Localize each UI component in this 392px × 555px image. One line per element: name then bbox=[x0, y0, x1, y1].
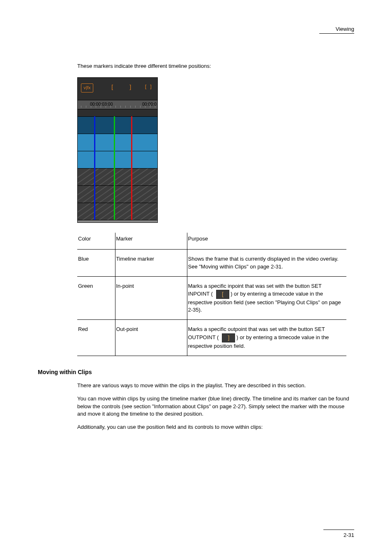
cell-marker: In-point bbox=[115, 276, 187, 320]
set-outpoint-icon: ] bbox=[129, 83, 131, 92]
screenshot-toolbar: v|fx [ ] [ ] bbox=[78, 78, 157, 100]
page-number: 2-31 bbox=[38, 532, 354, 551]
th-purpose: Purpose bbox=[187, 233, 346, 250]
header-rule bbox=[319, 33, 354, 34]
intro-text: These markers indicate three different t… bbox=[77, 62, 354, 70]
section-heading: Moving within Clips bbox=[38, 368, 354, 377]
table-row: Green In-point Marks a specific inpoint … bbox=[77, 276, 346, 320]
outpoint-marker-line bbox=[131, 116, 132, 220]
section-p2: You can move within clips by using the t… bbox=[77, 395, 354, 418]
timeline-screenshot: v|fx [ ] [ ] 00:00:03:00 00:00:0 bbox=[77, 77, 158, 223]
section-p1: There are various ways to move within th… bbox=[77, 382, 354, 389]
table-header-row: Color Marker Purpose bbox=[77, 233, 346, 250]
table-row: Blue Timeline marker Shows the frame tha… bbox=[77, 250, 346, 276]
th-color: Color bbox=[77, 233, 115, 250]
timeline-marker-line bbox=[94, 116, 95, 220]
track-3 bbox=[78, 151, 157, 168]
footer-rule bbox=[38, 530, 354, 530]
cell-purpose: Marks a specific inpoint that was set wi… bbox=[187, 276, 346, 320]
track-6 bbox=[78, 203, 157, 220]
cell-purpose: Shows the frame that is currently displa… bbox=[187, 250, 346, 276]
vfx-button: v|fx bbox=[81, 83, 93, 92]
cell-color: Red bbox=[77, 320, 115, 356]
th-marker: Marker bbox=[115, 233, 187, 250]
track-5 bbox=[78, 185, 157, 203]
cell-color: Blue bbox=[77, 250, 115, 276]
running-header: Viewing bbox=[336, 25, 354, 33]
screenshot-gap bbox=[78, 109, 157, 116]
track-1 bbox=[78, 116, 157, 134]
track-2 bbox=[78, 134, 157, 151]
cell-marker: Timeline marker bbox=[115, 250, 187, 276]
ruler-ticks bbox=[78, 105, 157, 108]
cell-color: Green bbox=[77, 276, 115, 320]
set-outpoint-icon: ] bbox=[222, 333, 235, 342]
section-p3: Additionally, you can use the position f… bbox=[77, 423, 354, 431]
cell-purpose: Marks a specific outpoint that was set w… bbox=[187, 320, 346, 356]
inpoint-marker-line bbox=[114, 116, 115, 220]
screenshot-bottom-bar bbox=[78, 220, 157, 222]
set-inout-icon: [ ] bbox=[144, 84, 152, 91]
table-row: Red Out-point Marks a specific outpoint … bbox=[77, 320, 346, 356]
track-4 bbox=[78, 168, 157, 185]
markers-table: Color Marker Purpose Blue Timeline marke… bbox=[77, 233, 346, 356]
cell-marker: Out-point bbox=[115, 320, 187, 356]
set-inpoint-icon: [ bbox=[111, 83, 113, 92]
set-inpoint-icon: [ bbox=[216, 290, 229, 299]
screenshot-ruler: 00:00:03:00 00:00:0 bbox=[78, 100, 157, 109]
screenshot-tracks bbox=[78, 116, 157, 220]
